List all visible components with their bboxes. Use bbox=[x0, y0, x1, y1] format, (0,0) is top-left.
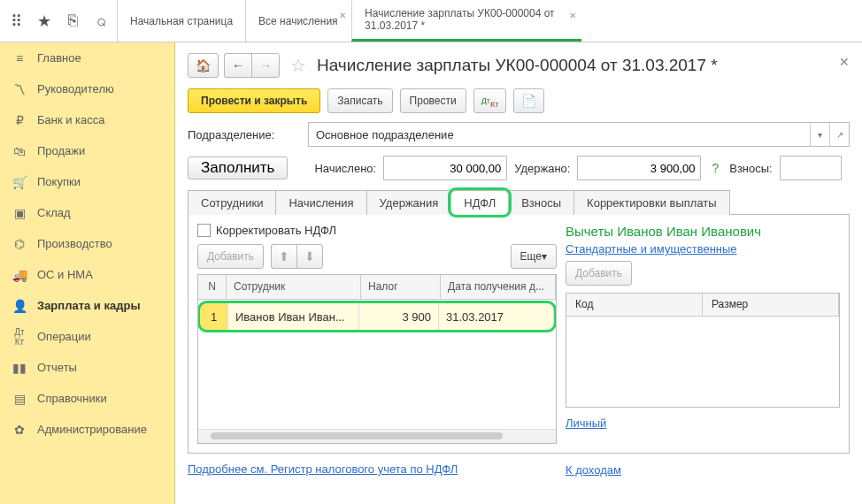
post-close-button[interactable]: Провести и закрыть bbox=[188, 88, 320, 113]
to-income-link[interactable]: К доходам bbox=[566, 463, 840, 477]
totals-row: Заполнить Начислено: Удержано: ? Взносы: bbox=[188, 156, 850, 180]
header-row: 🏠 ← → ☆ Начисление зарплаты УК00-000004 … bbox=[188, 53, 850, 78]
sidebar-item-stock[interactable]: ▣Склад bbox=[0, 197, 174, 228]
ndfl-left-pane: Корректировать НДФЛ Добавить ⬆ ⬇ Еще ▾ N… bbox=[197, 224, 557, 444]
more-button[interactable]: Еще ▾ bbox=[511, 244, 557, 269]
withheld-input[interactable] bbox=[577, 156, 701, 180]
help-icon[interactable]: ? bbox=[708, 161, 722, 175]
add-deduction-button[interactable]: Добавить bbox=[566, 261, 632, 286]
sidebar-item-production[interactable]: ⌬Производство bbox=[0, 228, 174, 259]
apps-icon[interactable]: ⠿ bbox=[7, 11, 25, 31]
correct-ndfl-row: Корректировать НДФЛ bbox=[197, 224, 557, 237]
chart-icon: 〽 bbox=[12, 82, 27, 96]
sidebar-item-admin[interactable]: ✿Администрирование bbox=[0, 414, 174, 445]
favorite-icon[interactable]: ☆ bbox=[285, 55, 312, 76]
open-icon[interactable]: ↗ bbox=[829, 123, 849, 146]
deductions-table: Код Размер bbox=[566, 293, 840, 408]
sidebar-item-assets[interactable]: 🚚ОС и НМА bbox=[0, 259, 174, 290]
col-tax[interactable]: Налог bbox=[361, 275, 441, 299]
move-up-button[interactable]: ⬆ bbox=[271, 244, 296, 269]
sidebar-item-bank[interactable]: ₽Банк и касса bbox=[0, 104, 174, 135]
fill-button[interactable]: Заполнить bbox=[188, 157, 288, 179]
col-date[interactable]: Дата получения д... bbox=[441, 275, 556, 299]
tab-withholdings[interactable]: Удержания bbox=[366, 190, 452, 215]
tab-corrections[interactable]: Корректировки выплаты bbox=[573, 190, 730, 215]
close-icon[interactable]: ✕ bbox=[839, 55, 850, 69]
clipboard-icon[interactable]: ⎘ bbox=[64, 11, 81, 30]
bars-icon: ▮▮ bbox=[12, 361, 27, 375]
forward-button[interactable]: → bbox=[251, 53, 280, 78]
withheld-label: Удержано: bbox=[514, 162, 570, 175]
correct-ndfl-checkbox[interactable] bbox=[197, 224, 211, 237]
gear-icon: ✿ bbox=[12, 423, 27, 437]
department-dropdown[interactable]: Основное подразделение ▾ ↗ bbox=[308, 122, 850, 147]
col-code[interactable]: Код bbox=[566, 294, 703, 316]
department-row: Подразделение: Основное подразделение ▾ … bbox=[188, 122, 850, 147]
factory-icon: ⌬ bbox=[12, 237, 27, 251]
col-size[interactable]: Размер bbox=[703, 294, 839, 316]
chevron-down-icon[interactable]: ▾ bbox=[810, 123, 829, 146]
table-row[interactable]: 1 Иванов Иван Иван... 3 900 31.03.2017 bbox=[200, 303, 554, 330]
sidebar: ≡Главное 〽Руководителю ₽Банк и касса 🛍Пр… bbox=[0, 42, 175, 504]
move-down-button[interactable]: ⬇ bbox=[296, 244, 323, 269]
personal-link[interactable]: Личный bbox=[566, 416, 840, 430]
deductions-pane: Вычеты Иванов Иван Иванович Стандартные … bbox=[566, 224, 840, 444]
person-icon: 👤 bbox=[12, 299, 27, 313]
tab-ndfl[interactable]: НДФЛ bbox=[450, 190, 509, 215]
sidebar-item-reports[interactable]: ▮▮Отчеты bbox=[0, 352, 174, 383]
bag-icon: 🛍 bbox=[12, 144, 27, 158]
top-bar: ⠿ ★ ⎘ ⌕ Начальная страница Все начислени… bbox=[0, 0, 862, 42]
sidebar-item-purchases[interactable]: 🛒Покупки bbox=[0, 166, 174, 197]
sidebar-item-payroll[interactable]: 👤Зарплата и кадры bbox=[0, 290, 174, 321]
home-button[interactable]: 🏠 bbox=[188, 53, 219, 78]
ndfl-table: N Сотрудник Налог Дата получения д... 1 … bbox=[197, 274, 557, 444]
sidebar-item-manager[interactable]: 〽Руководителю bbox=[0, 73, 174, 104]
sidebar-item-sales[interactable]: 🛍Продажи bbox=[0, 135, 174, 166]
menu-icon: ≡ bbox=[12, 51, 27, 65]
tab-employees[interactable]: Сотрудники bbox=[188, 190, 276, 215]
contrib-label: Взносы: bbox=[729, 162, 773, 175]
tab-start-page[interactable]: Начальная страница bbox=[117, 0, 245, 42]
main-area: ✕ 🏠 ← → ☆ Начисление зарплаты УК00-00000… bbox=[175, 42, 862, 504]
std-deductions-link[interactable]: Стандартные и имущественные bbox=[566, 242, 737, 256]
nav-group: ← → bbox=[224, 53, 280, 78]
department-label: Подразделение: bbox=[188, 128, 301, 141]
sidebar-item-operations[interactable]: ДтКтОперации bbox=[0, 321, 174, 352]
close-icon[interactable]: ✕ bbox=[339, 11, 346, 20]
top-icon-group: ⠿ ★ ⎘ ⌕ bbox=[0, 0, 117, 42]
star-icon[interactable]: ★ bbox=[35, 11, 53, 31]
dtkt-icon: ДтКт bbox=[12, 327, 27, 347]
sidebar-item-main[interactable]: ≡Главное bbox=[0, 42, 174, 73]
col-n[interactable]: N bbox=[198, 275, 227, 299]
window-tabs: Начальная страница Все начисления ✕ Начи… bbox=[117, 0, 862, 42]
deductions-title: Вычеты Иванов Иван Иванович bbox=[566, 224, 840, 239]
attach-button[interactable]: 📄 bbox=[513, 88, 544, 113]
page-title: Начисление зарплаты УК00-000004 от 31.03… bbox=[317, 56, 718, 75]
ruble-icon: ₽ bbox=[12, 113, 27, 127]
cart-icon: 🛒 bbox=[12, 175, 27, 189]
tab-accruals[interactable]: Начисления bbox=[275, 190, 366, 215]
post-button[interactable]: Провести bbox=[400, 88, 466, 113]
add-button[interactable]: Добавить bbox=[197, 244, 264, 269]
tab-bar: Сотрудники Начисления Удержания НДФЛ Взн… bbox=[188, 189, 850, 215]
action-toolbar: Провести и закрыть Записать Провести ДтК… bbox=[188, 88, 850, 113]
back-button[interactable]: ← bbox=[224, 53, 251, 78]
search-icon[interactable]: ⌕ bbox=[92, 11, 110, 30]
col-employee[interactable]: Сотрудник bbox=[227, 275, 361, 299]
box-icon: ▣ bbox=[12, 206, 27, 220]
write-button[interactable]: Записать bbox=[327, 88, 392, 113]
tab-payroll-doc[interactable]: Начисление зарплаты УК00-000004 от 31.03… bbox=[351, 0, 581, 42]
close-icon[interactable]: ✕ bbox=[569, 11, 576, 20]
accrued-input[interactable] bbox=[383, 156, 507, 180]
tab-contributions[interactable]: Взносы bbox=[508, 190, 574, 215]
tab-content: Корректировать НДФЛ Добавить ⬆ ⬇ Еще ▾ N… bbox=[188, 215, 850, 454]
book-icon: ▤ bbox=[12, 392, 27, 406]
dtkt-button[interactable]: ДтКт bbox=[473, 88, 507, 113]
tab-all-accruals[interactable]: Все начисления ✕ bbox=[245, 0, 351, 42]
contrib-input[interactable] bbox=[780, 156, 842, 180]
truck-icon: 🚚 bbox=[12, 268, 27, 282]
accrued-label: Начислено: bbox=[314, 162, 376, 175]
sidebar-item-ref[interactable]: ▤Справочники bbox=[0, 383, 174, 414]
register-link[interactable]: Подробнее см. Регистр налогового учета п… bbox=[188, 462, 458, 476]
horizontal-scrollbar[interactable] bbox=[198, 429, 556, 443]
